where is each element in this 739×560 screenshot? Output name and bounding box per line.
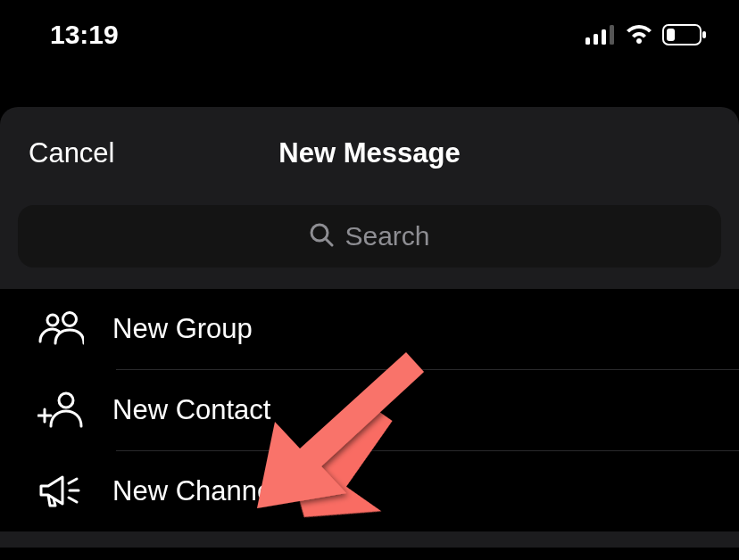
svg-rect-0 [585, 37, 590, 45]
cancel-button[interactable]: Cancel [29, 137, 115, 169]
svg-point-9 [47, 315, 58, 325]
new-group-label: New Group [112, 313, 253, 345]
bottom-strip [0, 531, 739, 548]
status-time: 13:19 [50, 20, 119, 50]
wifi-icon [625, 24, 653, 45]
megaphone-icon [32, 474, 89, 509]
group-icon [32, 311, 89, 347]
options-list: New Group New Contact [0, 289, 739, 531]
svg-line-16 [69, 498, 77, 502]
svg-rect-3 [610, 25, 614, 45]
battery-icon [662, 24, 707, 45]
search-icon [309, 222, 334, 251]
modal-header: Cancel New Message [0, 127, 739, 180]
new-group-option[interactable]: New Group [0, 289, 739, 369]
cellular-signal-icon [585, 25, 616, 45]
status-icons [585, 24, 707, 45]
new-message-modal: Cancel New Message Search New Group [0, 107, 739, 548]
new-contact-option[interactable]: New Contact [0, 370, 739, 450]
svg-line-15 [69, 479, 77, 483]
new-channel-option[interactable]: New Channel [0, 451, 739, 531]
svg-rect-2 [602, 29, 606, 45]
search-input[interactable]: Search [18, 205, 721, 268]
modal-title: New Message [278, 137, 460, 169]
status-bar: 13:19 [0, 0, 739, 54]
add-contact-icon [32, 391, 89, 429]
new-channel-label: New Channel [112, 475, 278, 507]
svg-rect-6 [702, 31, 706, 38]
new-contact-label: New Contact [112, 394, 270, 426]
svg-rect-5 [667, 29, 675, 41]
search-placeholder: Search [345, 221, 429, 251]
svg-rect-1 [594, 34, 598, 45]
svg-point-10 [63, 313, 77, 326]
svg-point-11 [59, 393, 73, 408]
svg-line-8 [326, 239, 332, 245]
